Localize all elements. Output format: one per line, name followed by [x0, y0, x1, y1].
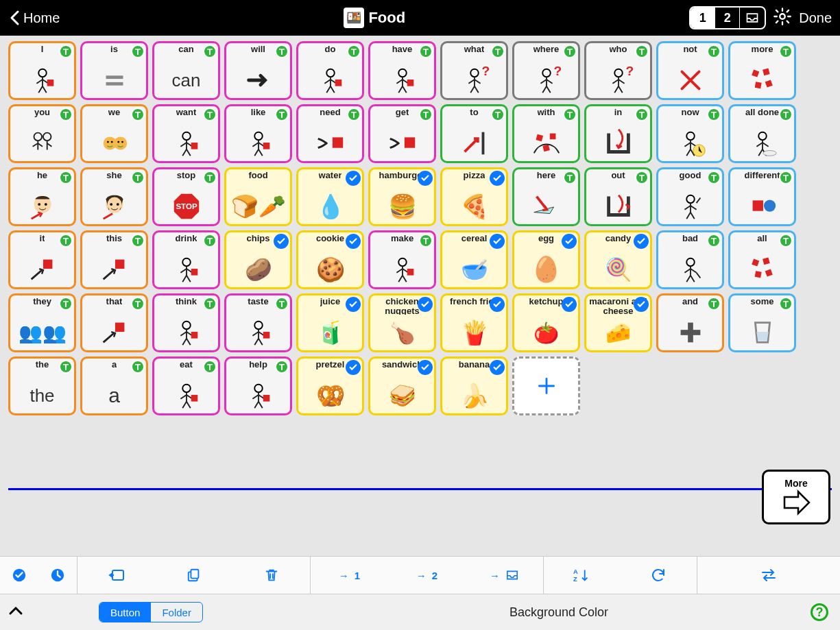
cell-ketchup[interactable]: ketchup🍅: [512, 293, 580, 352]
cell-pizza[interactable]: pizza🍕: [440, 167, 508, 226]
cell-food[interactable]: food🍞🥕: [224, 167, 292, 226]
template-badge-icon: T: [635, 171, 649, 184]
cell-water[interactable]: water💧: [296, 167, 364, 226]
cell-macaroni-and-cheese[interactable]: macaroni and cheese🧀: [584, 293, 652, 352]
segment-button[interactable]: Button: [99, 603, 151, 622]
boy-face-icon: [26, 189, 59, 224]
cell-eat[interactable]: eatT: [152, 356, 220, 415]
template-badge-icon: T: [203, 360, 217, 374]
swap-button[interactable]: [697, 557, 840, 594]
cell-is[interactable]: isT: [80, 41, 148, 100]
svg-rect-36: [542, 145, 550, 152]
cell-this[interactable]: thisT: [80, 230, 148, 289]
svg-point-40: [763, 151, 776, 156]
segment-folder[interactable]: Folder: [151, 603, 202, 622]
refresh-button[interactable]: [621, 557, 697, 594]
cell-in[interactable]: inT: [584, 104, 652, 163]
help-button[interactable]: ?: [811, 603, 828, 621]
cell-have[interactable]: haveT: [368, 41, 436, 100]
send-to-page-2-button[interactable]: →2: [388, 557, 466, 594]
cell-a[interactable]: aaT: [80, 356, 148, 415]
cell-+[interactable]: +: [512, 356, 580, 415]
text-the-icon: the: [29, 378, 54, 413]
cell-what[interactable]: what?T: [440, 41, 508, 100]
cell-out[interactable]: outT: [584, 167, 652, 226]
cell-sandwich[interactable]: sandwich🥪: [368, 356, 436, 415]
cell-can[interactable]: cancanT: [152, 41, 220, 100]
done-button[interactable]: Done: [799, 10, 832, 26]
cell-she[interactable]: sheT: [80, 167, 148, 226]
cell-pretzel[interactable]: pretzel🥨: [296, 356, 364, 415]
cell-more[interactable]: moreT: [728, 41, 796, 100]
cell-not[interactable]: notT: [656, 41, 724, 100]
cell-he[interactable]: heT: [8, 167, 76, 226]
home-label: Home: [23, 10, 60, 26]
cell-you[interactable]: youT: [8, 104, 76, 163]
move-icon: [108, 568, 125, 583]
svg-point-5: [326, 69, 335, 77]
cell-will[interactable]: willT: [224, 41, 292, 100]
cell-the[interactable]: thetheT: [8, 356, 76, 415]
deselect-all-button[interactable]: [38, 557, 77, 594]
cell-now[interactable]: nowT: [656, 104, 724, 163]
cell-I[interactable]: IT: [8, 41, 76, 100]
cell-egg[interactable]: egg🥚: [512, 230, 580, 289]
cell-do[interactable]: doT: [296, 41, 364, 100]
cell-we[interactable]: weT: [80, 104, 148, 163]
cell-to[interactable]: toT: [440, 104, 508, 163]
cell-juice[interactable]: juice🧃: [296, 293, 364, 352]
delete-button[interactable]: [232, 557, 310, 594]
svg-point-43: [44, 203, 47, 206]
cell-get[interactable]: getT: [368, 104, 436, 163]
cell-want[interactable]: wantT: [152, 104, 220, 163]
storage-tab[interactable]: [740, 8, 765, 28]
cell-chicken-nuggets[interactable]: chicken nuggets🍗: [368, 293, 436, 352]
cell-here[interactable]: hereT: [512, 167, 580, 226]
cell-and[interactable]: andT: [656, 293, 724, 352]
cell-like[interactable]: likeT: [224, 104, 292, 163]
sort-button[interactable]: AZ: [544, 557, 621, 594]
cell-banana[interactable]: banana🍌: [440, 356, 508, 415]
page-2-tab[interactable]: 2: [715, 8, 740, 28]
water-icon: 💧: [316, 189, 345, 224]
cell-it[interactable]: itT: [8, 230, 76, 289]
chevron-left-icon: [8, 10, 22, 26]
cell-french-fries[interactable]: french fries🍟: [440, 293, 508, 352]
cell-chips[interactable]: chips🥔: [224, 230, 292, 289]
cell-they[interactable]: they👥👥T: [8, 293, 76, 352]
copy-button[interactable]: [155, 557, 232, 594]
move-button[interactable]: [77, 557, 155, 594]
cell-some[interactable]: someT: [728, 293, 796, 352]
cell-label: and: [682, 297, 698, 315]
cookie-icon: 🍪: [316, 252, 345, 287]
settings-button[interactable]: [773, 7, 792, 29]
cell-cookie[interactable]: cookie🍪: [296, 230, 364, 289]
page-1-tab[interactable]: 1: [691, 8, 715, 28]
expand-panel-button[interactable]: [8, 605, 23, 619]
cell-who[interactable]: who?T: [584, 41, 652, 100]
select-all-button[interactable]: [0, 557, 38, 594]
cell-taste[interactable]: tasteT: [224, 293, 292, 352]
send-to-storage-button[interactable]: →: [466, 557, 543, 594]
cell-stop[interactable]: stopSTOPT: [152, 167, 220, 226]
home-button[interactable]: Home: [8, 10, 60, 26]
cell-cereal[interactable]: cereal🥣: [440, 230, 508, 289]
cell-bad[interactable]: badT: [656, 230, 724, 289]
more-pages-button[interactable]: More 2: [762, 470, 830, 524]
cell-candy[interactable]: candy🍭: [584, 230, 652, 289]
cell-good[interactable]: goodT: [656, 167, 724, 226]
cell-all[interactable]: allT: [728, 230, 796, 289]
cell-all-done[interactable]: all doneT: [728, 104, 796, 163]
send-to-page-1-button[interactable]: →1: [311, 557, 388, 594]
cell-that[interactable]: thatT: [80, 293, 148, 352]
cell-need[interactable]: needT: [296, 104, 364, 163]
cell-help[interactable]: helpT: [224, 356, 292, 415]
cell-make[interactable]: makeT: [368, 230, 436, 289]
cell-with[interactable]: withT: [512, 104, 580, 163]
cell-where[interactable]: where?T: [512, 41, 580, 100]
template-badge-icon: T: [491, 108, 505, 121]
cell-think[interactable]: thinkT: [152, 293, 220, 352]
cell-drink[interactable]: drinkT: [152, 230, 220, 289]
cell-different[interactable]: differentT: [728, 167, 796, 226]
cell-hamburger[interactable]: hamburger🍔: [368, 167, 436, 226]
